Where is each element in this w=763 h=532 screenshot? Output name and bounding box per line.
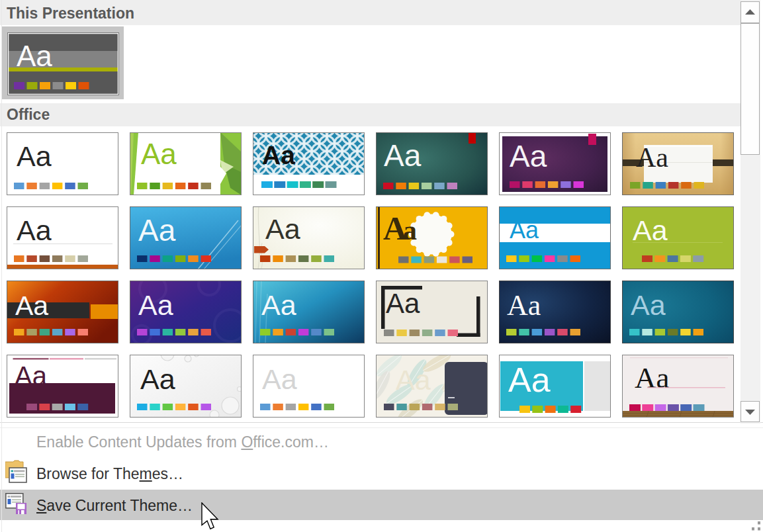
svg-text:Aa: Aa bbox=[262, 363, 297, 395]
svg-text:Aa: Aa bbox=[633, 214, 668, 246]
svg-text:Aa: Aa bbox=[17, 40, 52, 72]
svg-text:Aa: Aa bbox=[138, 289, 173, 321]
svg-text:Aa: Aa bbox=[17, 140, 52, 172]
svg-text:Aa: Aa bbox=[384, 138, 422, 173]
svg-text:a: a bbox=[403, 215, 417, 245]
svg-text:Aa: Aa bbox=[396, 364, 431, 396]
svg-text:Aa: Aa bbox=[508, 361, 551, 399]
svg-text:Aa: Aa bbox=[507, 289, 541, 322]
svg-text:Aa: Aa bbox=[15, 290, 48, 321]
svg-text:Aa: Aa bbox=[138, 213, 176, 247]
svg-text:Aa: Aa bbox=[261, 289, 296, 321]
svg-text:Aa: Aa bbox=[262, 141, 295, 169]
svg-text:Aa: Aa bbox=[17, 214, 52, 246]
svg-text:Aa: Aa bbox=[140, 363, 175, 395]
svg-text:Aa: Aa bbox=[265, 213, 300, 245]
svg-text:Aa: Aa bbox=[510, 139, 547, 173]
svg-text:Aa: Aa bbox=[386, 288, 420, 319]
svg-text:Aa: Aa bbox=[636, 142, 668, 173]
svg-text:Aa: Aa bbox=[141, 138, 177, 170]
svg-text:Aa: Aa bbox=[635, 361, 669, 394]
svg-text:Aa: Aa bbox=[510, 216, 539, 244]
svg-text:Aa: Aa bbox=[631, 289, 666, 321]
